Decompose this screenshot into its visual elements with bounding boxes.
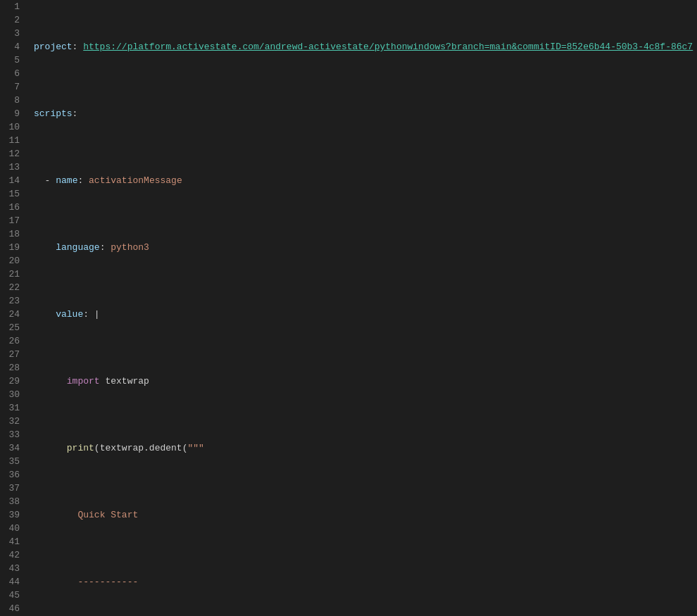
ln-22: 22 [4,281,20,294]
code-lines: project: https://platform.activestate.co… [27,0,697,616]
ln-32: 32 [4,415,20,428]
ln-8: 8 [4,94,20,107]
line-1: project: https://platform.activestate.co… [34,40,697,54]
ln-4: 4 [4,40,20,54]
ln-14: 14 [4,174,20,187]
ln-42: 42 [4,548,20,562]
ln-7: 7 [4,80,20,94]
ln-26: 26 [4,334,20,348]
ln-39: 39 [4,508,20,522]
line-4: language: python3 [34,241,697,254]
ln-16: 16 [4,201,20,214]
line-numbers: 1 2 3 4 5 6 7 8 9 10 11 12 13 14 15 16 1… [0,0,27,616]
ln-3: 3 [4,27,20,40]
line-7: print(textwrap.dedent(""" [34,441,697,455]
line-2: scripts: [34,107,697,120]
ln-40: 40 [4,522,20,535]
ln-20: 20 [4,254,20,268]
line-6: import textwrap [34,375,697,388]
ln-1: 1 [4,0,20,13]
ln-19: 19 [4,241,20,254]
ln-41: 41 [4,535,20,548]
ln-9: 9 [4,107,20,120]
ln-2: 2 [4,13,20,27]
ln-13: 13 [4,161,20,174]
ln-38: 38 [4,495,20,508]
ln-21: 21 [4,268,20,281]
ln-23: 23 [4,294,20,308]
ln-12: 12 [4,147,20,161]
ln-34: 34 [4,441,20,455]
ln-44: 44 [4,575,20,589]
line-9: ----------- [34,575,697,589]
ln-28: 28 [4,361,20,375]
ln-5: 5 [4,54,20,67]
ln-45: 45 [4,589,20,602]
ln-18: 18 [4,227,20,241]
ln-11: 11 [4,134,20,147]
ln-17: 17 [4,214,20,227]
ln-27: 27 [4,348,20,361]
ln-36: 36 [4,468,20,482]
ln-43: 43 [4,562,20,575]
ln-33: 33 [4,428,20,441]
ln-30: 30 [4,388,20,401]
ln-46: 46 [4,602,20,615]
ln-6: 6 [4,67,20,80]
ln-15: 15 [4,187,20,201]
ln-25: 25 [4,321,20,334]
ln-37: 37 [4,482,20,495]
ln-24: 24 [4,308,20,321]
ln-35: 35 [4,455,20,468]
ln-10: 10 [4,120,20,134]
ln-31: 31 [4,401,20,415]
ln-29: 29 [4,375,20,388]
code-editor: 1 2 3 4 5 6 7 8 9 10 11 12 13 14 15 16 1… [0,0,697,616]
line-8: Quick Start [34,508,697,522]
line-3: - name: activationMessage [34,174,697,187]
line-5: value: | [34,308,697,321]
